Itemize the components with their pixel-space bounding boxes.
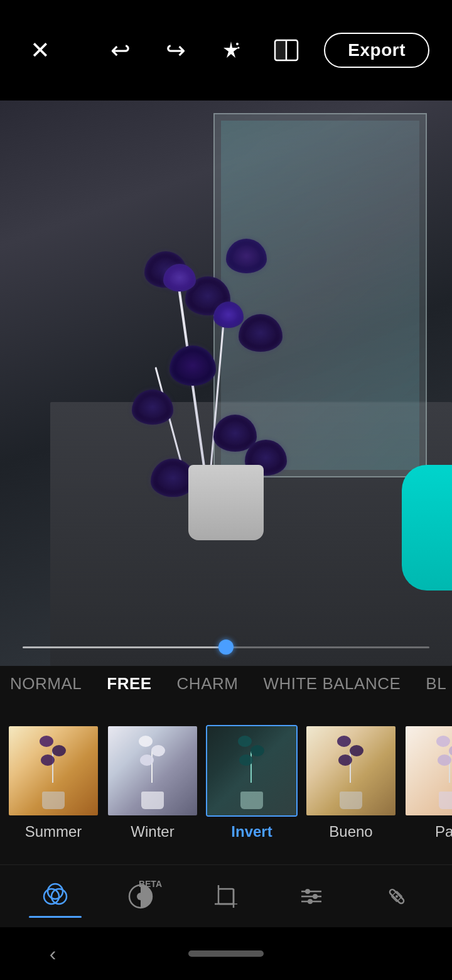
compare-button[interactable]: [269, 33, 304, 68]
slider-area[interactable]: [0, 636, 452, 658]
tab-charm[interactable]: CHARM: [177, 672, 239, 696]
thumb-pot-bueno: [340, 792, 362, 809]
svg-rect-10: [218, 889, 234, 904]
bottom-toolbar: BETA: [0, 864, 452, 927]
bottom-nav: ‹: [0, 927, 452, 980]
tab-free[interactable]: FREE: [107, 672, 151, 696]
toolbar-adjust-button[interactable]: [285, 878, 338, 915]
top-bar-left: ✕: [23, 33, 58, 68]
svg-point-0: [236, 43, 239, 45]
svg-point-20: [313, 894, 318, 899]
toolbar-crop-button[interactable]: [200, 878, 252, 915]
thumb-orchid-winter: [134, 732, 171, 783]
preset-thumb-summer: [8, 725, 99, 817]
beta-label: BETA: [139, 879, 162, 889]
preset-thumb-invert: [206, 725, 298, 817]
thumb-orchid-bueno: [332, 732, 370, 783]
toolbar-retouch-button[interactable]: [370, 878, 423, 915]
redo-button[interactable]: ↪: [158, 33, 193, 68]
photo-pot: [188, 465, 264, 540]
adjust-icon: [298, 883, 325, 910]
close-button[interactable]: ✕: [23, 33, 58, 68]
svg-point-1: [238, 47, 240, 49]
preset-pastel[interactable]: Past: [404, 725, 452, 841]
filter-presets: Summer Winter Invert: [0, 701, 452, 864]
photo-canvas: [0, 101, 452, 666]
orchid-flower-11: [213, 302, 244, 328]
svg-point-7: [48, 884, 63, 899]
crop-icon: [212, 883, 240, 910]
svg-point-21: [308, 899, 313, 904]
teal-object: [402, 465, 452, 591]
thumb-pot-invert: [240, 792, 263, 809]
slider-track[interactable]: [23, 646, 429, 648]
thumb-orchid-summer: [35, 732, 72, 783]
back-button[interactable]: ‹: [38, 939, 68, 969]
toolbar-tone-button[interactable]: BETA: [114, 878, 167, 915]
filter-icon: [41, 883, 69, 910]
svg-point-24: [396, 895, 398, 898]
preset-winter[interactable]: Winter: [107, 725, 198, 841]
filter-tabs: NORMAL FREE CHARM WHITE BALANCE BL: [0, 666, 452, 701]
preset-label-invert: Invert: [231, 823, 272, 841]
magic-button[interactable]: [213, 33, 249, 68]
home-indicator[interactable]: [188, 950, 264, 957]
preset-thumb-winter: [107, 725, 198, 817]
preset-label-pastel: Past: [435, 823, 452, 841]
svg-point-19: [305, 889, 310, 894]
thumb-pot-summer: [42, 792, 65, 809]
slider-fill: [23, 646, 226, 648]
thumb-orchid-pastel: [431, 732, 452, 783]
preset-label-bueno: Bueno: [329, 823, 372, 841]
image-area: [0, 101, 452, 666]
preset-thumb-pastel: [404, 725, 452, 817]
export-button[interactable]: Export: [324, 33, 429, 68]
thumb-orchid-invert: [233, 732, 271, 783]
preset-label-summer: Summer: [25, 823, 82, 841]
orchid-flower-10: [163, 264, 196, 291]
svg-point-9: [137, 893, 144, 900]
photo-frame-inner: [221, 121, 419, 470]
preset-summer[interactable]: Summer: [8, 725, 99, 841]
slider-thumb[interactable]: [218, 640, 234, 655]
thumb-pot-winter: [141, 792, 164, 809]
preset-label-winter: Winter: [131, 823, 174, 841]
retouch-icon: [383, 883, 411, 910]
svg-rect-4: [275, 40, 286, 60]
toolbar-filter-button[interactable]: [29, 878, 82, 915]
tab-normal[interactable]: NORMAL: [10, 672, 82, 696]
preset-thumb-bueno: [305, 725, 397, 817]
preset-invert[interactable]: Invert: [206, 725, 298, 841]
tab-white-balance[interactable]: WHITE BALANCE: [263, 672, 401, 696]
top-bar-right: ↩ ↪ Export: [103, 33, 429, 68]
undo-button[interactable]: ↩: [103, 33, 138, 68]
top-bar: ✕ ↩ ↪ Export: [0, 0, 452, 101]
tab-bl[interactable]: BL: [426, 672, 446, 696]
thumb-pot-pastel: [439, 792, 452, 809]
preset-bueno[interactable]: Bueno: [305, 725, 397, 841]
